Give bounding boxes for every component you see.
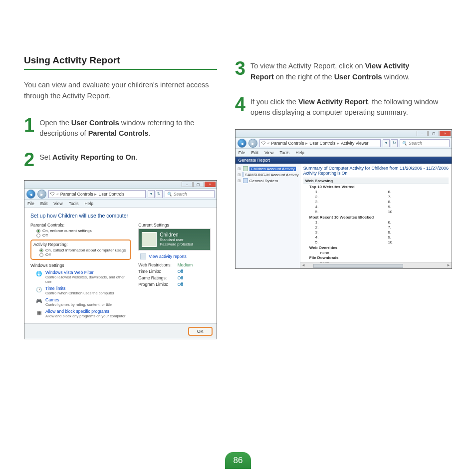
- programs-icon: ▦: [35, 309, 42, 316]
- time-limits-link[interactable]: Time limits: [45, 286, 131, 291]
- menu-tools[interactable]: Tools: [69, 201, 79, 206]
- refresh-button[interactable]: ↻: [156, 190, 163, 198]
- folder-icon: [243, 178, 248, 183]
- step-1-bold-2: Parental Controls: [88, 129, 149, 137]
- step-1-text: Open the: [39, 119, 71, 127]
- maximize-button[interactable]: ▢: [428, 131, 439, 136]
- tree-item-children[interactable]: Children Account Activity: [249, 167, 296, 171]
- step-4: 4 If you click the View Activity Report,…: [235, 95, 452, 119]
- menu-file[interactable]: File: [27, 201, 34, 206]
- scroll-left-icon[interactable]: ◄: [300, 263, 306, 269]
- summary-title: Summary of Computer Activity for Childre…: [303, 166, 449, 171]
- back-button[interactable]: ◄: [238, 139, 246, 148]
- tree-item-general[interactable]: General System: [249, 179, 278, 183]
- report-panel: Summary of Computer Activity for Childre…: [300, 164, 452, 268]
- windows-settings-label: Windows Settings: [30, 263, 131, 268]
- back-button[interactable]: ◄: [26, 190, 35, 199]
- menu-file[interactable]: File: [238, 150, 245, 155]
- generate-report-bar[interactable]: Generate Report: [236, 157, 452, 164]
- current-settings-label: Current Settings: [138, 223, 211, 228]
- search-icon: 🔍: [167, 192, 172, 197]
- step-4-number: 4: [235, 95, 245, 119]
- globe-icon: 🌐: [35, 270, 42, 277]
- step-3: 3 To view the Activity Report, click on …: [235, 59, 452, 83]
- maximize-button[interactable]: ▢: [193, 182, 204, 187]
- breadcrumb[interactable]: 🛡 « Parental Controls ▸ User Controls: [48, 190, 146, 198]
- dropdown-button[interactable]: ▾: [148, 190, 155, 198]
- breadcrumb[interactable]: 🛡 « Parental Controls ▸ User Controls ▸ …: [259, 139, 381, 147]
- step-1: 1 Open the User Controls window referrin…: [24, 116, 217, 140]
- step-2-number: 2: [24, 150, 34, 169]
- close-button[interactable]: ×: [205, 182, 216, 187]
- games-icon: 🎮: [35, 297, 42, 304]
- search-input[interactable]: 🔍 Search: [165, 190, 215, 198]
- dropdown-button[interactable]: ▾: [383, 139, 390, 147]
- page-heading: Set up how Children will use the compute…: [30, 213, 211, 219]
- programs-link[interactable]: Allow and block specific programs: [45, 309, 131, 314]
- report-icon: [140, 253, 146, 259]
- view-activity-reports-link[interactable]: View activity reports: [140, 253, 211, 259]
- address-bar: ◄ ► 🛡 « Parental Controls ▸ User Control…: [236, 138, 452, 149]
- step-2-bold: Activity Reporting to On: [52, 153, 136, 161]
- ar-off-radio[interactable]: [39, 253, 43, 257]
- step-1-bold-1: User Controls: [71, 119, 119, 127]
- window-titlebar: – ▢ ×: [24, 181, 217, 189]
- blocked-10-header: Most Recent 10 Websites Blocked: [303, 215, 449, 220]
- step-3-number: 3: [235, 59, 245, 83]
- web-filter-link[interactable]: Windows Vista Web Filter: [45, 270, 131, 275]
- menu-view[interactable]: View: [53, 201, 62, 206]
- user-card: Children Standard user Password protecte…: [138, 229, 211, 250]
- step-1-number: 1: [24, 116, 34, 140]
- games-link[interactable]: Games: [45, 297, 131, 302]
- close-button[interactable]: ×: [440, 131, 451, 136]
- activity-reporting-label: Activity Reporting:: [33, 242, 128, 247]
- activity-reporting-status: Activity Reporting is On: [303, 171, 449, 176]
- menu-tools[interactable]: Tools: [279, 150, 289, 155]
- tree-item-samsung[interactable]: SAMSUNG-M Account Activity: [245, 173, 299, 177]
- file-downloads-header: File Downloads: [303, 255, 449, 260]
- web-overrides-header: Web Overrides: [303, 245, 449, 250]
- section-title: Using Activity Report: [24, 55, 217, 70]
- step-2: 2 Set Activity Reporting to On.: [24, 150, 217, 169]
- screenshot-user-controls: – ▢ × ◄ ► 🛡 « Parental Controls ▸ User C…: [24, 180, 217, 339]
- menubar: File Edit View Tools Help: [24, 200, 217, 208]
- user-name: Children: [160, 232, 193, 238]
- folder-icon: [242, 172, 243, 177]
- menu-edit[interactable]: Edit: [40, 201, 48, 206]
- address-bar: ◄ ► 🛡 « Parental Controls ▸ User Control…: [24, 189, 217, 200]
- game-ratings-value: Off: [178, 275, 211, 280]
- horizontal-scrollbar[interactable]: ◄ ►: [300, 262, 452, 268]
- tree-panel: ⊞Children Account Activity ⊞SAMSUNG-M Ac…: [236, 164, 300, 268]
- ok-button[interactable]: OK: [188, 327, 213, 336]
- activity-reporting-highlight: Activity Reporting: On, collect informat…: [30, 239, 131, 260]
- shield-icon: 🛡: [261, 141, 266, 146]
- minimize-button[interactable]: –: [182, 182, 193, 187]
- scroll-thumb[interactable]: [313, 264, 403, 268]
- clock-icon: 🕑: [35, 286, 42, 293]
- pc-on-radio[interactable]: [36, 229, 40, 233]
- intro-text: You can view and evaluate your children'…: [24, 80, 217, 102]
- tree-expand-icon[interactable]: ⊞: [238, 167, 241, 171]
- menu-help[interactable]: Help: [295, 150, 304, 155]
- window-titlebar: – ▢ ×: [236, 130, 452, 138]
- search-icon: 🔍: [402, 141, 407, 146]
- tree-expand-icon[interactable]: ⊞: [238, 173, 241, 177]
- minimize-button[interactable]: –: [417, 131, 428, 136]
- top-10-visited-header: Top 10 Websites Visited: [303, 184, 449, 190]
- menubar: File Edit View Tools Help: [236, 149, 452, 157]
- avatar: [142, 232, 157, 247]
- menu-help[interactable]: Help: [84, 201, 93, 206]
- pc-off-radio[interactable]: [36, 234, 40, 238]
- web-browsing-header: Web Browsing: [303, 178, 449, 184]
- tree-expand-icon[interactable]: ⊞: [238, 179, 241, 183]
- screenshot-activity-viewer: – ▢ × ◄ ► 🛡 « Parental Controls ▸ User C…: [235, 129, 452, 269]
- menu-view[interactable]: View: [264, 150, 273, 155]
- search-input[interactable]: 🔍 Search: [400, 139, 450, 147]
- ar-on-radio[interactable]: [39, 248, 43, 252]
- forward-button[interactable]: ►: [37, 190, 46, 199]
- forward-button[interactable]: ►: [248, 139, 257, 148]
- shield-icon: 🛡: [50, 192, 55, 197]
- scroll-right-icon[interactable]: ►: [446, 263, 452, 269]
- refresh-button[interactable]: ↻: [391, 139, 398, 147]
- menu-edit[interactable]: Edit: [251, 150, 259, 155]
